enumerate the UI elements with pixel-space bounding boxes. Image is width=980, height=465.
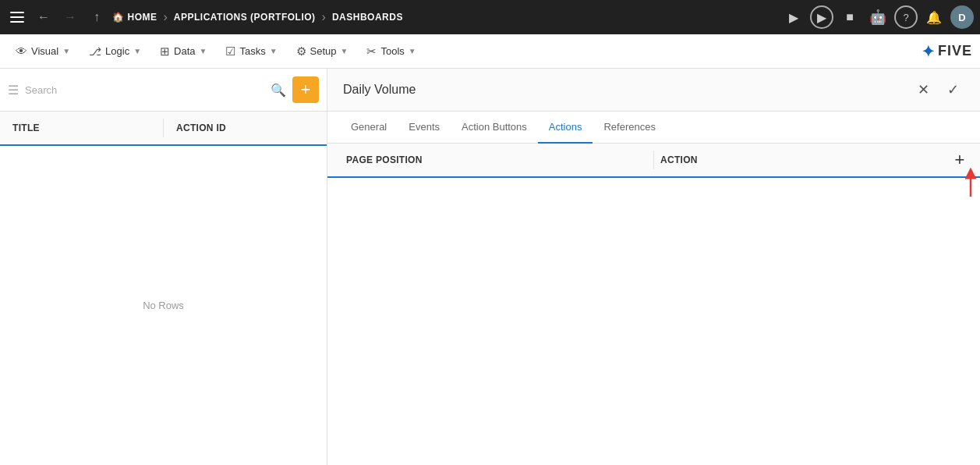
tab-events[interactable]: Events	[398, 112, 451, 144]
confirm-button[interactable]: ✓	[941, 78, 964, 101]
search-input[interactable]	[25, 84, 264, 96]
no-rows-message: No Rows	[143, 300, 184, 311]
preview-button[interactable]: ▶	[810, 5, 833, 29]
breadcrumb-portfolio[interactable]: APPLICATIONS (PORTFOLIO)	[174, 12, 316, 23]
menu-tasks[interactable]: ☑ Tasks ▼	[218, 40, 285, 63]
panel-header-actions: ✕ ✓	[911, 78, 964, 101]
setup-icon: ⚙	[296, 44, 306, 59]
setup-dropdown-icon: ▼	[341, 47, 348, 55]
breadcrumb-home[interactable]: 🏠 HOME	[112, 12, 157, 23]
help-button[interactable]: ?	[894, 5, 918, 29]
menu-bar: 👁 Visual ▼ ⎇ Logic ▼ ⊞ Data ▼ ☑ Tasks ▼ …	[0, 34, 980, 69]
user-avatar[interactable]: D	[950, 5, 974, 29]
tools-dropdown-icon: ▼	[409, 47, 416, 55]
top-navbar: ← → ↑ 🏠 HOME › APPLICATIONS (PORTFOLIO) …	[0, 0, 980, 34]
top-nav-actions: ▶ ▶ ■ 🤖 ? 🔔 D	[782, 5, 974, 29]
home-icon: 🏠	[112, 12, 125, 23]
right-panel: Daily Volume ✕ ✓ General Events Action B…	[327, 69, 980, 465]
left-panel: ☰ 🔍 + Title Action ID No Rows	[0, 69, 327, 465]
menu-logic[interactable]: ⎇ Logic ▼	[81, 41, 149, 62]
data-icon: ⊞	[160, 44, 170, 59]
breadcrumb-sep-1: ›	[164, 10, 168, 24]
back-icon[interactable]: ←	[33, 6, 55, 28]
robot-icon[interactable]: 🤖	[866, 5, 890, 29]
tasks-icon: ☑	[225, 44, 235, 59]
five-logo: ✦ FIVE	[922, 42, 972, 61]
tab-general[interactable]: General	[340, 112, 398, 144]
forward-icon[interactable]: →	[59, 6, 81, 28]
col-page-position: Page Position	[340, 147, 653, 173]
menu-setup[interactable]: ⚙ Setup ▼	[288, 40, 356, 63]
tools-icon: ✂	[366, 44, 377, 59]
five-logo-icon: ✦	[922, 42, 935, 61]
main-content: ☰ 🔍 + Title Action ID No Rows Daily Volu…	[0, 69, 980, 465]
left-table-body: No Rows	[0, 146, 327, 465]
search-icon[interactable]: 🔍	[271, 83, 286, 98]
menu-tools[interactable]: ✂ Tools ▼	[359, 40, 423, 63]
col-action-id: Action ID	[164, 113, 327, 143]
logic-icon: ⎇	[89, 45, 101, 58]
stop-button[interactable]: ■	[838, 5, 861, 29]
play-button[interactable]: ▶	[782, 5, 805, 29]
add-button[interactable]: +	[292, 76, 319, 103]
logic-dropdown-icon: ▼	[133, 47, 141, 55]
svg-rect-0	[10, 12, 24, 13]
right-panel-body	[327, 178, 980, 465]
tab-actions[interactable]: Actions	[538, 112, 593, 144]
visual-dropdown-icon: ▼	[62, 47, 70, 55]
tabs-bar: General Events Action Buttons Actions Re…	[327, 112, 980, 144]
col-action: Action	[654, 147, 968, 173]
hamburger-icon[interactable]	[6, 6, 28, 28]
up-icon[interactable]: ↑	[86, 6, 108, 28]
add-row-button[interactable]: +	[949, 149, 971, 171]
filter-icon[interactable]: ☰	[8, 83, 19, 98]
search-bar: ☰ 🔍 +	[0, 69, 327, 112]
svg-rect-1	[10, 16, 24, 18]
menu-visual[interactable]: 👁 Visual ▼	[8, 40, 78, 62]
right-table-header: Page Position Action +	[327, 144, 980, 178]
svg-rect-2	[10, 21, 24, 23]
tab-references[interactable]: References	[593, 112, 666, 144]
panel-header: Daily Volume ✕ ✓	[327, 69, 980, 112]
data-dropdown-icon: ▼	[200, 47, 207, 55]
tasks-dropdown-icon: ▼	[270, 47, 278, 55]
col-title: Title	[0, 113, 163, 143]
menu-data[interactable]: ⊞ Data ▼	[152, 40, 214, 63]
breadcrumb-sep-2: ›	[322, 10, 326, 24]
breadcrumb-dashboards[interactable]: DASHBOARDS	[332, 12, 403, 23]
bell-icon[interactable]: 🔔	[922, 5, 946, 29]
panel-title: Daily Volume	[343, 83, 911, 97]
left-table-header: Title Action ID	[0, 112, 327, 146]
visual-icon: 👁	[16, 44, 27, 58]
close-button[interactable]: ✕	[911, 78, 935, 101]
tab-action-buttons[interactable]: Action Buttons	[451, 112, 538, 144]
